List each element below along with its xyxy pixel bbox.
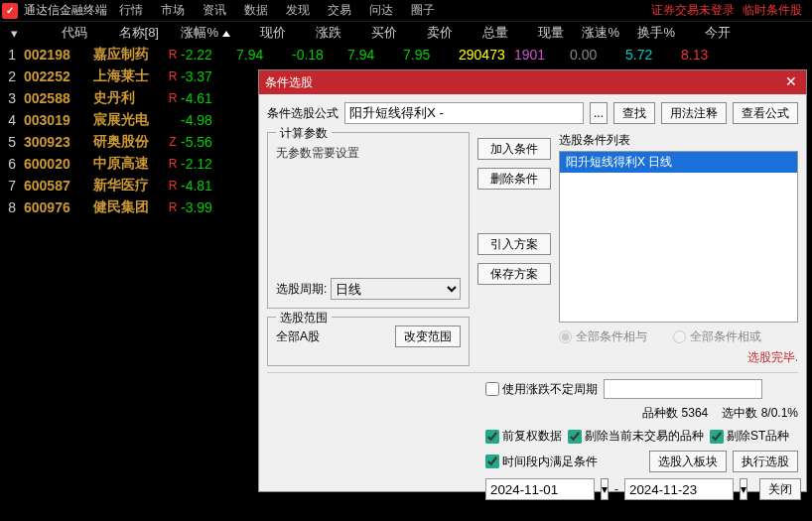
scope-fieldset: 选股范围 全部A股 改变范围 xyxy=(267,317,470,366)
scope-legend: 选股范围 xyxy=(276,310,332,326)
chk-timerange[interactable]: 时间段内满足条件 xyxy=(485,454,598,470)
menu-item[interactable]: 资讯 xyxy=(203,2,226,19)
col-bid[interactable]: 买价 xyxy=(347,24,403,42)
calc-params-fieldset: 计算参数 无参数需要设置 选股周期: 日线 xyxy=(267,132,470,309)
sort-asc-icon xyxy=(222,31,230,37)
col-code[interactable]: 代码 xyxy=(24,24,93,42)
import-scheme-button[interactable]: 引入方案 xyxy=(477,233,551,255)
add-condition-button[interactable]: 加入条件 xyxy=(477,138,551,160)
condition-item[interactable]: 阳升短线得利X 日线 xyxy=(560,152,797,173)
conditions-list[interactable]: 阳升短线得利X 日线 xyxy=(559,151,798,323)
calc-legend: 计算参数 xyxy=(276,125,332,142)
col-turn[interactable]: 换手% xyxy=(625,24,681,42)
condition-stock-dialog: 条件选股 ✕ 条件选股公式 ... 查找 用法注释 查看公式 计算参数 无参数需… xyxy=(258,69,807,492)
formula-label: 条件选股公式 xyxy=(267,105,338,122)
col-price[interactable]: 现价 xyxy=(236,24,292,42)
menu-item[interactable]: 行情 xyxy=(119,2,143,19)
date-from-picker-icon[interactable]: ▾ xyxy=(601,478,609,500)
radio-and[interactable]: 全部条件相与 xyxy=(559,328,647,345)
add-to-block-button[interactable]: 选股入板块 xyxy=(649,451,727,472)
chk-fuquan[interactable]: 前复权数据 xyxy=(485,428,562,445)
chk-remove-st[interactable]: 剔除ST品种 xyxy=(710,428,789,445)
period-select[interactable]: 日线 xyxy=(331,278,461,300)
chk-custom-period[interactable]: 使用涨跌不定周期 xyxy=(485,381,598,398)
main-menu: 行情 市场 资讯 数据 发现 交易 问达 圈子 xyxy=(119,2,435,19)
dialog-titlebar[interactable]: 条件选股 ✕ xyxy=(259,70,806,94)
col-pct[interactable]: 涨幅% xyxy=(181,24,236,42)
formula-lookup-button[interactable]: ... xyxy=(590,102,608,124)
conditions-legend: 选股条件列表 xyxy=(559,132,798,149)
close-icon[interactable]: ✕ xyxy=(782,73,800,91)
menu-item[interactable]: 数据 xyxy=(244,2,268,19)
col-vol[interactable]: 总量 xyxy=(459,24,514,42)
menu-item[interactable]: 发现 xyxy=(286,2,310,19)
find-button[interactable]: 查找 xyxy=(613,102,655,124)
close-button[interactable]: 关闭 xyxy=(759,478,801,500)
login-status[interactable]: 证券交易未登录 xyxy=(651,2,735,19)
col-chg[interactable]: 涨跌 xyxy=(292,24,347,42)
stat-hit: 选中数 8/0.1% xyxy=(722,405,798,422)
save-scheme-button[interactable]: 保存方案 xyxy=(477,263,551,285)
col-amt[interactable]: 现量 xyxy=(514,24,570,42)
calc-text: 无参数需要设置 xyxy=(276,145,461,162)
date-from-input[interactable] xyxy=(485,478,595,500)
view-formula-button[interactable]: 查看公式 xyxy=(733,102,798,124)
status-text: 选股完毕. xyxy=(559,349,798,366)
table-header: ▾ 代码 名称[8] 涨幅% 现价 涨跌 买价 卖价 总量 现量 涨速% 换手%… xyxy=(0,22,812,44)
date-to-picker-icon[interactable]: ▾ xyxy=(740,478,747,500)
dialog-title: 条件选股 xyxy=(265,74,313,91)
delete-condition-button[interactable]: 删除条件 xyxy=(477,168,551,190)
app-topbar: ✓ 通达信金融终端 行情 市场 资讯 数据 发现 交易 问达 圈子 证券交易未登… xyxy=(0,0,812,22)
menu-item[interactable]: 圈子 xyxy=(411,2,435,19)
radio-or[interactable]: 全部条件相或 xyxy=(673,328,761,345)
stat-count: 品种数 5364 xyxy=(642,405,708,422)
app-logo-icon: ✓ xyxy=(2,3,18,19)
period-label: 选股周期: xyxy=(276,281,327,298)
change-scope-button[interactable]: 改变范围 xyxy=(395,326,461,347)
col-speed[interactable]: 涨速% xyxy=(570,24,625,42)
usage-button[interactable]: 用法注释 xyxy=(661,102,727,124)
menu-item[interactable]: 交易 xyxy=(328,2,351,19)
formula-input[interactable] xyxy=(344,102,584,124)
scope-text: 全部A股 xyxy=(276,328,320,345)
run-selection-button[interactable]: 执行选股 xyxy=(733,451,798,472)
date-to-input[interactable] xyxy=(624,478,734,500)
menu-item[interactable]: 市场 xyxy=(161,2,185,19)
app-title: 通达信金融终端 xyxy=(24,2,107,19)
col-open[interactable]: 今开 xyxy=(681,24,737,42)
menu-item[interactable]: 问达 xyxy=(369,2,393,19)
col-ask[interactable]: 卖价 xyxy=(403,24,459,42)
custom-period-input[interactable] xyxy=(604,379,762,399)
col-name[interactable]: 名称[8] xyxy=(93,24,165,42)
temp-stock-link[interactable]: 临时条件股 xyxy=(743,2,802,19)
table-row[interactable]: 1002198嘉应制药R-2.227.94-0.187.947.95290473… xyxy=(0,44,812,65)
chk-remove-notrading[interactable]: 剔除当前未交易的品种 xyxy=(568,428,704,445)
